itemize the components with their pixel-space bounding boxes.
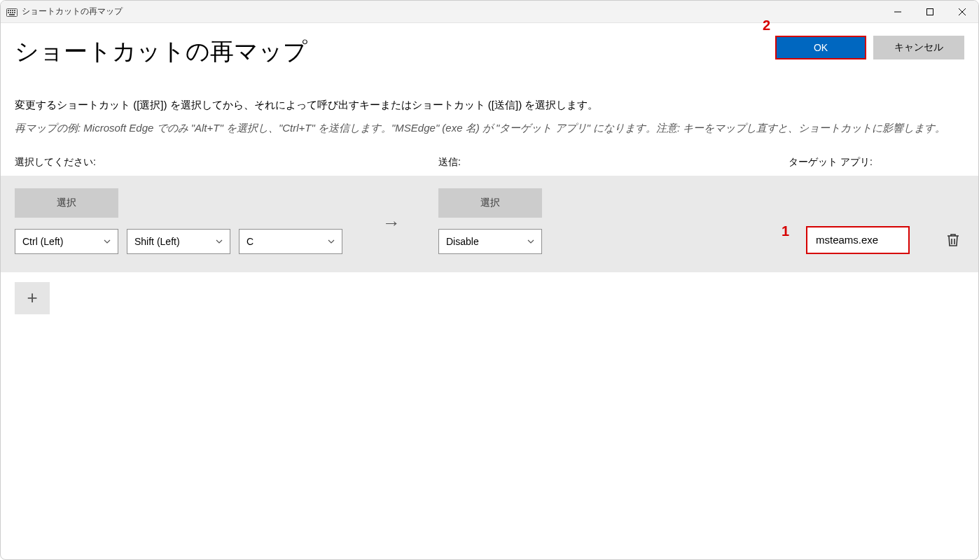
svg-rect-11 [927,9,933,15]
svg-rect-6 [10,12,11,13]
ok-button[interactable]: OK [775,36,866,59]
chevron-down-icon [328,238,335,245]
svg-rect-4 [14,10,15,11]
svg-rect-5 [8,12,9,13]
window-title: ショートカットの再マップ [22,6,123,18]
title-bar: ショートカットの再マップ [1,1,978,23]
chevron-down-icon [216,238,223,245]
close-button[interactable] [946,1,978,23]
mapping-row: 選択 Ctrl (Left) Shift (Left) C → [1,176,978,272]
plus-icon: + [27,287,37,309]
svg-rect-2 [10,10,11,11]
target-app-input[interactable]: msteams.exe [806,226,910,254]
example-text: 再マップの例: Microsoft Edge でのみ "Alt+T" を選択し、… [15,120,964,136]
key-dropdown-3-value: C [247,236,254,247]
add-mapping-button[interactable]: + [15,282,50,314]
minimize-button[interactable] [882,1,914,23]
svg-rect-1 [8,10,9,11]
window-controls [882,1,978,22]
svg-rect-8 [14,12,15,13]
key-dropdown-1[interactable]: Ctrl (Left) [15,229,118,254]
key-dropdown-1-value: Ctrl (Left) [22,236,63,247]
column-header-target: ターゲット アプリ: [789,156,964,169]
chevron-down-icon [104,238,111,245]
send-key-value: Disable [446,236,479,247]
trash-icon [945,232,961,248]
send-key-dropdown[interactable]: Disable [438,229,542,254]
page-title: ショートカットの再マップ [15,36,307,68]
svg-rect-9 [9,14,15,15]
chevron-down-icon [527,238,534,245]
keyboard-icon [6,8,18,16]
svg-rect-7 [12,12,13,13]
key-dropdown-2[interactable]: Shift (Left) [127,229,230,254]
send-select-button[interactable]: 選択 [438,188,542,218]
target-app-value: msteams.exe [816,234,878,246]
select-shortcut-button[interactable]: 選択 [15,188,118,218]
maximize-button[interactable] [914,1,946,23]
delete-row-button[interactable] [945,232,961,248]
svg-rect-3 [12,10,13,11]
column-header-select: 選択してください: [15,156,438,169]
arrow-icon: → [382,212,401,234]
column-header-send: 送信: [438,156,789,169]
key-dropdown-2-value: Shift (Left) [134,236,180,247]
key-dropdown-3[interactable]: C [239,229,342,254]
instructions-text: 変更するショートカット ([選択]) を選択してから、それによって呼び出すキーま… [15,99,964,112]
cancel-button[interactable]: キャンセル [873,36,964,59]
